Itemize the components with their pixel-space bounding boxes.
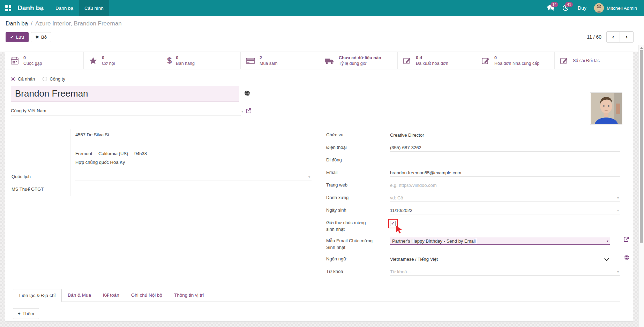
- chevron-down-icon[interactable]: ▾: [308, 175, 310, 179]
- birthday-template-field[interactable]: Partner's Happy Birthday - Send by Email…: [390, 237, 610, 245]
- website-field[interactable]: e.g. https://viindoo.com: [390, 182, 620, 189]
- pager-count: 11 / 60: [587, 34, 601, 40]
- messages-icon[interactable]: 14: [544, 0, 558, 16]
- birthdate-label: Ngày sinh: [325, 204, 385, 217]
- title-field[interactable]: vd: Cô ▾: [390, 194, 620, 202]
- birthday-mail-checkbox[interactable]: ✓: [390, 221, 396, 226]
- dollar-icon: $: [167, 56, 172, 66]
- vat-field[interactable]: [75, 186, 312, 193]
- edit-icon: [403, 56, 412, 65]
- language-globe-icon[interactable]: [624, 255, 629, 261]
- parent-company-field[interactable]: Công ty Việt Nam ▾: [11, 107, 252, 116]
- truck-icon: [324, 56, 335, 65]
- chevron-down-icon[interactable]: ▾: [617, 208, 619, 212]
- apps-grid-icon[interactable]: [0, 0, 16, 16]
- stat-button-opportunities[interactable]: 0 Cơ hội: [84, 52, 162, 69]
- user-avatar[interactable]: [594, 3, 604, 13]
- breadcrumb-separator: /: [31, 20, 32, 27]
- street-field[interactable]: 4557 De Silva St: [75, 131, 312, 138]
- country-field[interactable]: Hợp chủng quốc Hoa Kỳ: [75, 159, 312, 166]
- chevron-down-icon[interactable]: ▾: [607, 239, 608, 243]
- nav-item-configuration[interactable]: Cấu hình: [79, 0, 109, 16]
- company-type-selector: Cá nhân Công ty: [11, 76, 620, 82]
- birthdate-field[interactable]: 11/10/2022 ▾: [390, 207, 620, 214]
- form-sheet: 0 Cuộc gặp 0 Cơ hội $ 0 Bán hàng: [5, 52, 633, 322]
- tab-accounting[interactable]: Kế toán: [97, 289, 125, 302]
- vertical-scrollbar[interactable]: [638, 45, 644, 327]
- external-link-icon[interactable]: [623, 236, 629, 244]
- radio-company[interactable]: Công ty: [43, 76, 65, 82]
- nav-item-contacts[interactable]: Danh bạ: [50, 0, 79, 16]
- plus-icon: +: [18, 311, 21, 316]
- translate-globe-icon[interactable]: [244, 90, 250, 97]
- messages-badge: 14: [551, 2, 558, 7]
- job-field[interactable]: Creative Director: [390, 131, 620, 139]
- mobile-label: Di động: [325, 154, 385, 167]
- nationality-label: Quốc tịch: [11, 168, 70, 183]
- tab-sales-purchase[interactable]: Bán & Mua: [62, 289, 97, 302]
- street2-field[interactable]: [75, 138, 312, 150]
- contact-photo[interactable]: [590, 92, 622, 125]
- check-icon: ✔: [10, 35, 14, 40]
- pager-previous-button[interactable]: ‹: [607, 32, 620, 42]
- chevron-down-icon[interactable]: ▾: [241, 109, 243, 113]
- stat-button-vendor-bills[interactable]: 0 Hoá đơn Nhà cung cấp: [476, 52, 555, 69]
- birthday-template-label: Mẫu Email Chúc mừng Sinh nhật: [325, 235, 378, 253]
- stat-button-purchases[interactable]: 2 Mua sắm: [241, 52, 319, 69]
- address-label: [11, 129, 70, 168]
- radio-unselected-icon: [43, 77, 47, 81]
- stat-button-partner-ledger[interactable]: Số cái Đối tác: [555, 52, 633, 69]
- website-label: Trang web: [325, 179, 385, 192]
- stat-button-on-time-rate[interactable]: Chưa có dữ liệu nào Tỷ lệ đúng giờ: [319, 52, 398, 69]
- add-contact-button[interactable]: + Thêm: [13, 308, 39, 319]
- left-field-group: 4557 De Silva St Fremont California (US)…: [11, 129, 312, 196]
- zip-field[interactable]: 94538: [134, 151, 147, 156]
- mobile-field[interactable]: [390, 157, 620, 164]
- parent-company-value[interactable]: Công ty Việt Nam: [11, 107, 241, 116]
- discard-button[interactable]: ✖ Bỏ: [31, 32, 51, 42]
- user-name[interactable]: Mitchell Admin: [607, 6, 637, 11]
- nationality-field[interactable]: ▾: [75, 173, 312, 181]
- edit-icon: [481, 56, 490, 65]
- save-button[interactable]: ✔ Lưu: [6, 32, 29, 42]
- stat-button-invoiced[interactable]: 0 đ Đã xuất hoá đơn: [398, 52, 476, 69]
- radio-selected-icon: [11, 77, 15, 81]
- user-shortcut[interactable]: Duy: [573, 5, 594, 11]
- city-field[interactable]: Fremont: [75, 151, 92, 156]
- email-label: Email: [325, 167, 385, 179]
- tab-location-info[interactable]: Thông tin vị trí: [168, 289, 210, 302]
- chevron-down-icon[interactable]: ▾: [617, 270, 619, 274]
- app-title[interactable]: Danh bạ: [16, 4, 50, 12]
- language-field[interactable]: Vietnamese / Tiếng Việt: [390, 256, 610, 263]
- state-field[interactable]: California (US): [98, 151, 128, 156]
- breadcrumb: Danh bạ / Azure Interior, Brandon Freema…: [6, 20, 638, 27]
- language-label: Ngôn ngữ: [325, 253, 385, 266]
- chevron-down-icon[interactable]: [604, 257, 609, 262]
- email-field[interactable]: brandon.freeman55@example.com: [390, 169, 620, 177]
- name-input[interactable]: Brandon Freeman: [11, 86, 239, 102]
- calendar-icon: [10, 56, 19, 65]
- edit-icon: [560, 56, 569, 65]
- external-link-icon[interactable]: [245, 108, 252, 115]
- tags-field[interactable]: Từ khoá... ▾: [390, 268, 620, 276]
- scrollbar-up-arrow-icon[interactable]: [640, 47, 643, 49]
- scrollbar-thumb[interactable]: [640, 50, 643, 243]
- pager-next-button[interactable]: ›: [620, 32, 633, 42]
- control-panel: Danh bạ / Azure Interior, Brandon Freema…: [0, 16, 644, 52]
- top-navbar: Danh bạ Danh bạ Cấu hình 14 41 Duy: [0, 0, 644, 16]
- radio-individual[interactable]: Cá nhân: [11, 76, 35, 82]
- chevron-down-icon[interactable]: ▾: [617, 196, 619, 200]
- breadcrumb-parent[interactable]: Danh bạ: [6, 20, 28, 27]
- address-block[interactable]: 4557 De Silva St Fremont California (US)…: [70, 129, 312, 168]
- stat-button-meetings[interactable]: 0 Cuộc gặp: [5, 52, 84, 69]
- phone-field[interactable]: (355)-687-3262: [390, 144, 620, 152]
- activities-icon[interactable]: 41: [558, 0, 573, 16]
- vat-label: MS Thuế GTGT: [11, 183, 70, 196]
- title-label: Danh xưng: [325, 192, 385, 204]
- breadcrumb-current: Azure Interior, Brandon Freeman: [35, 20, 122, 27]
- stat-button-sales[interactable]: $ 0 Bán hàng: [162, 52, 241, 69]
- tab-internal-notes[interactable]: Ghi chú Nội bộ: [125, 289, 168, 302]
- stat-button-row: 0 Cuộc gặp 0 Cơ hội $ 0 Bán hàng: [5, 52, 633, 69]
- phone-label: Điện thoại: [325, 142, 385, 154]
- tab-contacts-addresses[interactable]: Liên lạc & Địa chỉ: [13, 289, 62, 302]
